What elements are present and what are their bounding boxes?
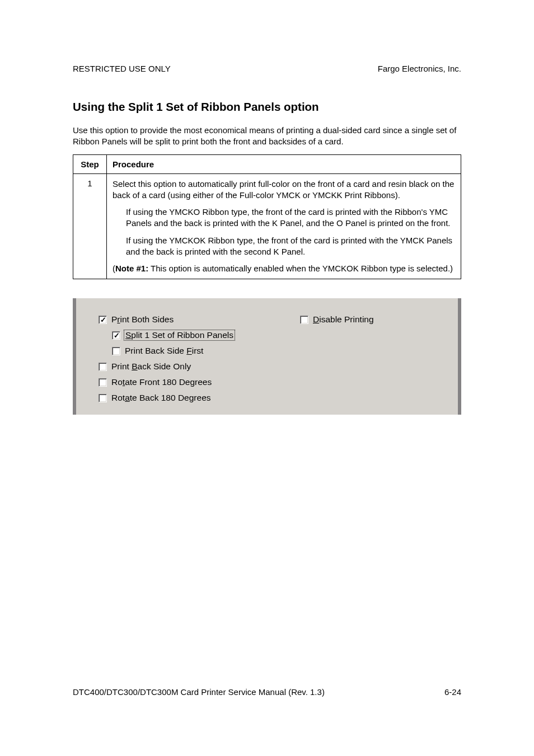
- checkbox-label: Rotate Back 180 Degrees: [111, 393, 211, 403]
- checkbox-disable-printing[interactable]: Disable Printing: [300, 312, 446, 327]
- footer-right: 6-24: [444, 687, 461, 697]
- dialog-body: ✓ Print Both Sides ✓ Split 1 Set of Ribb…: [76, 298, 461, 415]
- checkbox-label: Print Back Side Only: [111, 361, 191, 372]
- checkbox-icon: ✓: [99, 316, 107, 324]
- checkbox-label: Print Back Side First: [125, 346, 203, 356]
- checkbox-print-both-sides[interactable]: ✓ Print Both Sides: [99, 312, 300, 327]
- page-header: RESTRICTED USE ONLY Fargo Electronics, I…: [73, 64, 461, 73]
- checkbox-rotate-back[interactable]: Rotate Back 180 Degrees: [99, 390, 300, 406]
- header-left: RESTRICTED USE ONLY: [73, 64, 171, 73]
- checkbox-label: Print Both Sides: [111, 314, 174, 325]
- checkbox-label-focused: Split 1 Set of Ribbon Panels: [124, 330, 235, 341]
- note-label: Note #1:: [115, 264, 148, 273]
- checkbox-label: Rotate Front 180 Degrees: [111, 377, 212, 387]
- table-header-row: Step Procedure: [73, 154, 461, 173]
- procedure-para-2: If using the YMCKO Ribbon type, the fron…: [126, 206, 455, 229]
- footer-left: DTC400/DTC300/DTC300M Card Printer Servi…: [73, 687, 325, 697]
- checkbox-icon: [112, 347, 120, 355]
- procedure-note: (Note #1: This option is automatically e…: [113, 263, 455, 274]
- col-procedure-header: Procedure: [107, 154, 461, 173]
- col-step-header: Step: [73, 154, 107, 173]
- table-row: 1 Select this option to automatically pr…: [73, 173, 461, 279]
- procedure-table: Step Procedure 1 Select this option to a…: [73, 154, 461, 280]
- step-number: 1: [73, 173, 107, 279]
- checkbox-icon: [99, 363, 107, 371]
- note-text: This option is automatically enabled whe…: [148, 264, 453, 273]
- procedure-para-1: Select this option to automatically prin…: [113, 179, 455, 201]
- checkbox-print-back-first[interactable]: Print Back Side First: [112, 343, 300, 359]
- procedure-para-3: If using the YMCKOK Ribbon type, the fro…: [126, 235, 455, 258]
- procedure-cell: Select this option to automatically prin…: [107, 173, 461, 279]
- checkbox-icon: [99, 378, 107, 387]
- dialog-screenshot: ✓ Print Both Sides ✓ Split 1 Set of Ribb…: [73, 298, 461, 415]
- intro-text: Use this option to provide the most econ…: [73, 125, 461, 148]
- checkbox-print-back-only[interactable]: Print Back Side Only: [99, 359, 300, 374]
- checkbox-label: Disable Printing: [313, 314, 374, 325]
- check-icon: ✓: [100, 316, 106, 324]
- checkbox-icon: [99, 394, 107, 402]
- section-title: Using the Split 1 Set of Ribbon Panels o…: [73, 100, 461, 114]
- page-footer: DTC400/DTC300/DTC300M Card Printer Servi…: [73, 687, 461, 697]
- check-icon: ✓: [114, 331, 120, 340]
- header-right: Fargo Electronics, Inc.: [378, 64, 461, 73]
- checkbox-rotate-front[interactable]: Rotate Front 180 Degrees: [99, 374, 300, 390]
- checkbox-icon: ✓: [112, 331, 120, 340]
- checkbox-split-panels[interactable]: ✓ Split 1 Set of Ribbon Panels: [112, 327, 300, 343]
- checkbox-icon: [300, 316, 308, 324]
